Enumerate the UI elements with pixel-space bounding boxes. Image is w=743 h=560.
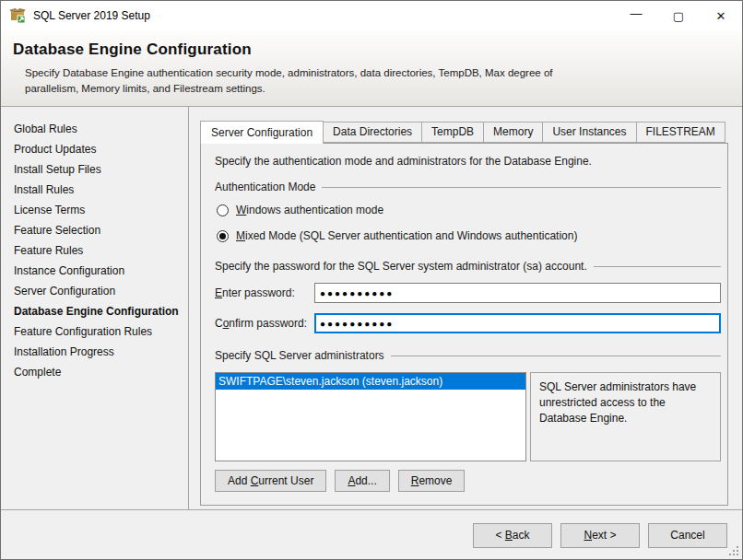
sidebar-item-complete: Complete [1, 362, 188, 382]
mixed-mode-radio-label: Mixed Mode (SQL Server authentication an… [236, 229, 577, 242]
sidebar-item-installation-progress: Installation Progress [1, 342, 188, 362]
sa-password-group-label: Specify the password for the SQL Server … [215, 260, 587, 273]
setup-window: SQL Server 2019 Setup — ▢ ✕ Database Eng… [0, 0, 743, 560]
close-icon: ✕ [716, 9, 726, 23]
minimize-icon: — [631, 6, 643, 20]
server-configuration-pane: Specify the authentication mode and admi… [200, 143, 728, 506]
window-title: SQL Server 2019 Setup [33, 9, 150, 22]
sidebar-item-feature-rules: Feature Rules [1, 240, 188, 261]
page-description: Specify Database Engine authentication s… [1, 59, 554, 96]
auth-mode-group-header: Authentication Mode [215, 181, 721, 193]
sa-password-group-header: Specify the password for the SQL Server … [215, 260, 721, 273]
confirm-password-label: Confirm password: [215, 317, 314, 330]
sidebar-item-database-engine-configuration: Database Engine Configuration [1, 301, 188, 321]
tab-data-directories[interactable]: Data Directories [323, 122, 422, 143]
close-button[interactable]: ✕ [700, 1, 742, 30]
maximize-icon: ▢ [673, 9, 684, 23]
enter-password-label: Enter password: [215, 286, 314, 299]
pane-intro-text: Specify the authentication mode and admi… [215, 155, 721, 168]
title-bar: SQL Server 2019 Setup — ▢ ✕ [1, 1, 742, 30]
resize-grip[interactable] [729, 546, 731, 548]
sidebar-item-install-setup-files: Install Setup Files [1, 159, 188, 180]
administrators-listbox[interactable]: SWIFTPAGE\steven.jackson (steven.jackson… [215, 372, 526, 461]
minimize-button[interactable]: — [615, 1, 657, 30]
tab-filestream[interactable]: FILESTREAM [636, 122, 725, 143]
tab-strip: Server Configuration Data Directories Te… [200, 121, 728, 143]
group-rule [594, 266, 721, 267]
sidebar-item-feature-configuration-rules: Feature Configuration Rules [1, 321, 188, 342]
sidebar-item-product-updates: Product Updates [1, 139, 188, 159]
page-header: Database Engine Configuration Specify Da… [1, 30, 742, 107]
back-button[interactable]: < Back [473, 523, 552, 548]
group-rule [391, 356, 721, 356]
tab-memory[interactable]: Memory [483, 122, 543, 143]
setup-box-icon [9, 7, 26, 24]
sidebar-item-server-configuration: Server Configuration [1, 281, 188, 301]
administrators-note: SQL Server administrators have unrestric… [530, 372, 721, 461]
wizard-footer: < Back Next > Cancel [1, 509, 742, 559]
administrators-group-header: Specify SQL Server administrators [215, 349, 721, 362]
windows-auth-radio-label: Windows authentication mode [236, 204, 383, 216]
steps-sidebar: Global Rules Product Updates Install Set… [1, 107, 189, 509]
windows-auth-radio-row[interactable]: Windows authentication mode [217, 204, 721, 216]
mixed-mode-radio-row[interactable]: Mixed Mode (SQL Server authentication an… [217, 229, 721, 242]
mixed-mode-radio[interactable] [217, 230, 229, 242]
add-button[interactable]: Add... [335, 470, 389, 492]
sidebar-item-feature-selection: Feature Selection [1, 220, 188, 240]
administrators-group-label: Specify SQL Server administrators [215, 349, 384, 362]
page-title: Database Engine Configuration [1, 30, 742, 59]
auth-mode-group-label: Authentication Mode [215, 181, 315, 193]
windows-auth-radio[interactable] [217, 204, 229, 216]
group-rule [322, 187, 721, 188]
tab-user-instances[interactable]: User Instances [542, 122, 636, 143]
sidebar-item-global-rules: Global Rules [1, 119, 188, 139]
sidebar-item-license-terms: License Terms [1, 200, 188, 220]
cancel-button[interactable]: Cancel [648, 523, 727, 548]
next-button[interactable]: Next > [560, 523, 640, 548]
administrator-list-item-selected[interactable]: SWIFTPAGE\steven.jackson (steven.jackson… [216, 373, 525, 390]
confirm-password-input[interactable]: ●●●●●●●●●● [314, 313, 721, 333]
sidebar-item-instance-configuration: Instance Configuration [1, 261, 188, 281]
add-current-user-button[interactable]: Add Current User [215, 470, 326, 492]
remove-button[interactable]: Remove [398, 470, 466, 492]
maximize-button[interactable]: ▢ [657, 1, 700, 30]
enter-password-input[interactable]: ●●●●●●●●●● [314, 283, 721, 303]
tab-server-configuration[interactable]: Server Configuration [200, 121, 324, 144]
tab-tempdb[interactable]: TempDB [421, 122, 484, 143]
sidebar-item-install-rules: Install Rules [1, 180, 188, 200]
